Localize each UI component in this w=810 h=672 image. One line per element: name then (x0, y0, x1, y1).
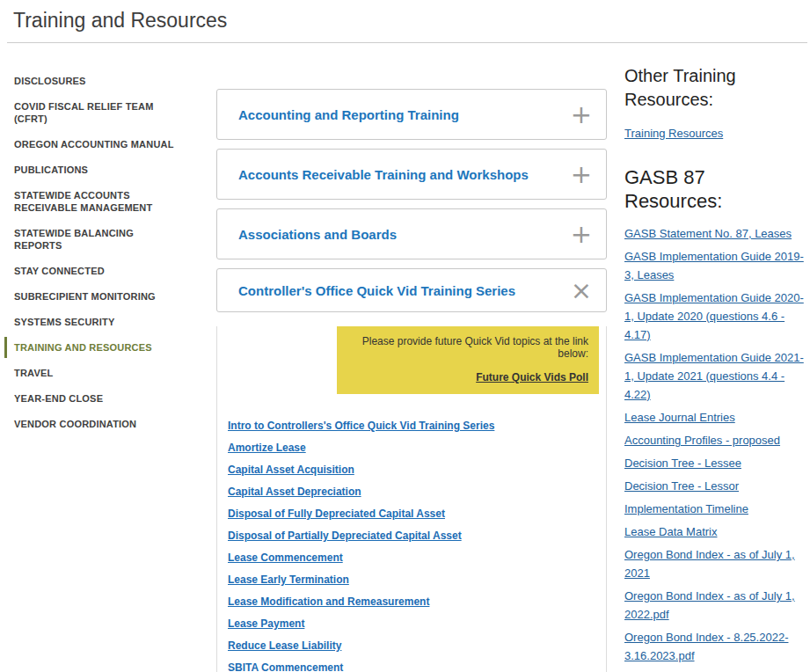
quick-vid-link-list: Intro to Controllers's Office Quick Vid … (217, 419, 606, 672)
main-content: Accounting and Reporting Training + Acco… (216, 43, 607, 672)
quick-vid-link[interactable]: Lease Commencement (228, 551, 343, 564)
quick-vid-link-row: Lease Modification and Remeasurement (228, 595, 606, 608)
quick-vid-link-row: Lease Payment (228, 617, 606, 630)
resource-link[interactable]: GASB Implementation Guide 2020-1, Update… (624, 291, 804, 341)
resource-link[interactable]: Decision Tree - Lessee (624, 457, 741, 470)
resource-link[interactable]: Accounting Profiles - proposed (624, 434, 780, 447)
resource-link-row: GASB Statement No. 87, Leases (624, 224, 806, 243)
left-nav-item[interactable]: TRAINING AND RESOURCES (14, 341, 183, 354)
resource-link-row: GASB Implementation Guide 2021-1, Update… (624, 348, 806, 404)
quick-vid-link[interactable]: Lease Early Termination (228, 573, 349, 586)
resource-link-row: Oregon Bond Index - 8.25.2022-3.16.2023.… (624, 628, 806, 665)
left-nav-item[interactable]: PUBLICATIONS (14, 164, 183, 176)
quick-vid-link[interactable]: Lease Modification and Remeasurement (228, 595, 429, 608)
future-quick-vids-poll-link[interactable]: Future Quick Vids Poll (476, 371, 588, 383)
accordion-quick-vid-series: Controller's Office Quick Vid Training S… (216, 268, 607, 672)
accordion-accounts-receivable: Accounts Receivable Training and Worksho… (216, 149, 607, 200)
other-training-link-list: Training Resources (624, 124, 806, 142)
resource-link[interactable]: GASB Implementation Guide 2021-1, Update… (624, 351, 804, 401)
resource-link-row: Oregon Bond Index - as of July 1, 2022.p… (624, 587, 806, 624)
resource-link[interactable]: Oregon Bond Index - as of July 1, 2021 (624, 548, 795, 580)
quick-vid-link-row: Intro to Controllers's Office Quick Vid … (228, 419, 606, 432)
resource-link-row: Training Resources (624, 124, 806, 142)
resource-link[interactable]: Oregon Bond Index - 8.25.2022-3.16.2023.… (624, 631, 788, 662)
resource-link-row: Lease Data Matrix (624, 522, 806, 541)
left-nav-item[interactable]: TRAVEL (14, 367, 183, 379)
resource-link[interactable]: Lease Journal Entries (624, 411, 735, 424)
quick-vid-notice-text: Please provide future Quick Vid topics a… (347, 335, 588, 360)
left-nav-item[interactable]: OREGON ACCOUNTING MANUAL (14, 138, 183, 150)
left-nav-item[interactable]: DISCLOSURES (14, 75, 183, 87)
left-nav-item[interactable]: STATEWIDE ACCOUNTS RECEIVABLE MANAGEMENT (14, 189, 183, 214)
resource-link[interactable]: Decision Tree - Lessor (624, 479, 739, 493)
plus-icon[interactable]: + (571, 102, 592, 128)
quick-vid-link[interactable]: Amortize Lease (228, 442, 306, 454)
resource-link-row: Accounting Profiles - proposed (624, 431, 806, 449)
quick-vid-link[interactable]: SBITA Commencement (228, 661, 343, 672)
left-nav-item[interactable]: STATEWIDE BALANCING REPORTS (14, 227, 183, 252)
quick-vid-notice: Please provide future Quick Vid topics a… (337, 326, 599, 394)
close-icon[interactable]: × (571, 278, 592, 303)
quick-vid-link-row: Capital Asset Depreciation (228, 485, 606, 498)
left-nav-item[interactable]: YEAR-END CLOSE (14, 392, 183, 405)
resource-link-row: Decision Tree - Lessor (624, 477, 806, 495)
resource-link[interactable]: Lease Data Matrix (624, 525, 718, 538)
resource-link-row: Implementation Timeline (624, 500, 806, 518)
content-columns: DISCLOSURES COVID FISCAL RELIEF TEAM (CF… (0, 43, 810, 672)
left-nav-item[interactable]: SUBRECIPIENT MONITORING (14, 290, 183, 303)
right-sidebar: Other Training Resources: Training Resou… (607, 43, 810, 672)
resource-link[interactable]: GASB Statement No. 87, Leases (624, 227, 792, 240)
quick-vid-link[interactable]: Reduce Lease Liability (228, 639, 341, 652)
resource-link[interactable]: Implementation Timeline (624, 502, 748, 515)
resource-link[interactable]: Oregon Bond Index - as of July 1, 2022.p… (624, 589, 795, 621)
quick-vid-link[interactable]: Disposal of Fully Depreciated Capital As… (228, 508, 445, 520)
resource-link[interactable]: Training Resources (624, 127, 723, 140)
accordion-header[interactable]: Controller's Office Quick Vid Training S… (216, 268, 607, 312)
accordion-accounting-reporting: Accounting and Reporting Training + (216, 89, 607, 140)
accordion-title: Associations and Boards (238, 227, 397, 242)
gasb87-link-list: GASB Statement No. 87, Leases GASB Imple… (624, 224, 806, 672)
quick-vid-link[interactable]: Capital Asset Depreciation (228, 486, 361, 498)
accordion-header[interactable]: Associations and Boards + (216, 208, 607, 259)
quick-vid-link[interactable]: Lease Payment (228, 617, 304, 630)
quick-vid-link-row: Lease Commencement (228, 551, 606, 564)
quick-vid-link-row: Reduce Lease Liability (228, 639, 606, 652)
accordion-title: Controller's Office Quick Vid Training S… (238, 283, 515, 298)
quick-vid-link[interactable]: Capital Asset Acquisition (228, 464, 354, 476)
resource-link-row: GASB Implementation Guide 2020-1, Update… (624, 289, 806, 344)
gasb87-resources-section: GASB 87 Resources: GASB Statement No. 87… (624, 165, 806, 672)
resource-link-row: Decision Tree - Lessee (624, 454, 806, 472)
quick-vid-link[interactable]: Disposal of Partially Depreciated Capita… (228, 530, 462, 542)
left-nav: DISCLOSURES COVID FISCAL RELIEF TEAM (CF… (0, 43, 216, 443)
quick-vid-link-row: Disposal of Partially Depreciated Capita… (228, 529, 606, 542)
left-nav-item[interactable]: VENDOR COORDINATION (14, 418, 183, 430)
left-nav-item[interactable]: SYSTEMS SECURITY (14, 316, 183, 328)
other-training-resources-section: Other Training Resources: Training Resou… (624, 64, 806, 142)
quick-vid-link[interactable]: Intro to Controllers's Office Quick Vid … (228, 420, 494, 432)
quick-vid-link-row: Disposal of Fully Depreciated Capital As… (228, 507, 606, 520)
plus-icon[interactable]: + (571, 222, 592, 247)
left-nav-item[interactable]: STAY CONNECTED (14, 265, 183, 277)
quick-vid-link-row: SBITA Commencement (228, 661, 606, 672)
quick-vid-panel-body: Please provide future Quick Vid topics a… (216, 326, 607, 672)
quick-vid-link-row: Amortize Lease (228, 441, 606, 454)
accordion-header[interactable]: Accounts Receivable Training and Worksho… (216, 149, 607, 200)
accordion-header[interactable]: Accounting and Reporting Training + (216, 89, 607, 140)
quick-vid-link-row: Capital Asset Acquisition (228, 463, 606, 476)
plus-icon[interactable]: + (571, 162, 592, 187)
resource-link-row: Oregon Bond Index - as of July 1, 2021 (624, 545, 806, 582)
resource-link-row: GASB Implementation Guide 2019-3, Leases (624, 247, 806, 284)
accordion-title: Accounts Receivable Training and Worksho… (238, 167, 529, 182)
accordion-associations-boards: Associations and Boards + (216, 208, 607, 259)
other-training-resources-heading: Other Training Resources: (624, 64, 806, 112)
left-nav-item[interactable]: COVID FISCAL RELIEF TEAM (CFRT) (14, 100, 183, 125)
resource-link-row: Lease Journal Entries (624, 408, 806, 427)
quick-vid-link-row: Lease Early Termination (228, 573, 606, 586)
gasb87-resources-heading: GASB 87 Resources: (624, 165, 806, 213)
resource-link[interactable]: GASB Implementation Guide 2019-3, Leases (624, 250, 804, 281)
accordion-title: Accounting and Reporting Training (238, 107, 459, 122)
page-title: Training and Resources (0, 0, 810, 33)
